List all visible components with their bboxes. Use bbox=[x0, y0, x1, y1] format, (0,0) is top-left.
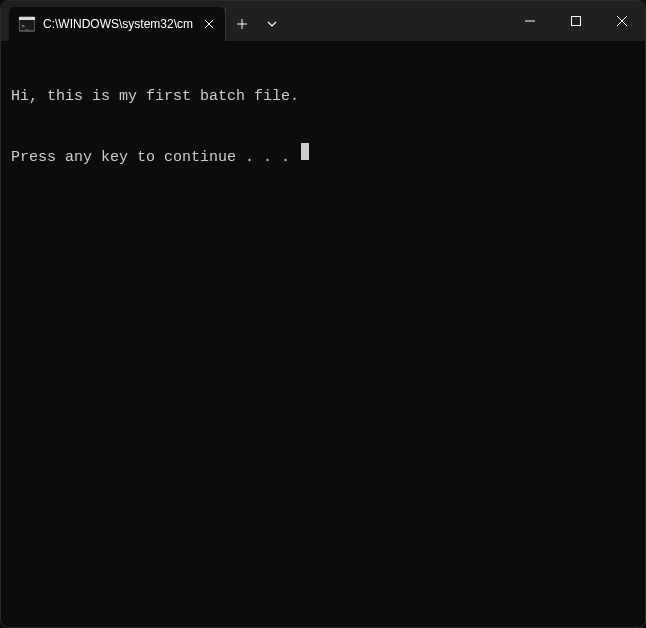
minimize-button[interactable] bbox=[507, 1, 553, 41]
svg-rect-1 bbox=[19, 17, 35, 20]
output-line: Press any key to continue . . . bbox=[11, 148, 299, 167]
tab-close-button[interactable] bbox=[201, 16, 217, 32]
titlebar: >_ C:\WINDOWS\system32\cmd. bbox=[1, 1, 645, 41]
maximize-button[interactable] bbox=[553, 1, 599, 41]
new-tab-button[interactable] bbox=[225, 7, 257, 41]
window-controls bbox=[507, 1, 645, 41]
terminal-content[interactable]: Hi, this is my first batch file. Press a… bbox=[1, 41, 645, 194]
tab-dropdown-button[interactable] bbox=[257, 7, 287, 41]
svg-text:>_: >_ bbox=[22, 22, 30, 30]
tab-title: C:\WINDOWS\system32\cmd. bbox=[43, 17, 193, 31]
close-button[interactable] bbox=[599, 1, 645, 41]
svg-rect-8 bbox=[572, 17, 581, 26]
cursor bbox=[301, 143, 309, 160]
tab-strip: >_ C:\WINDOWS\system32\cmd. bbox=[1, 1, 507, 41]
tab-active[interactable]: >_ C:\WINDOWS\system32\cmd. bbox=[9, 7, 225, 41]
cmd-icon: >_ bbox=[19, 16, 35, 32]
output-line: Hi, this is my first batch file. bbox=[11, 87, 635, 106]
